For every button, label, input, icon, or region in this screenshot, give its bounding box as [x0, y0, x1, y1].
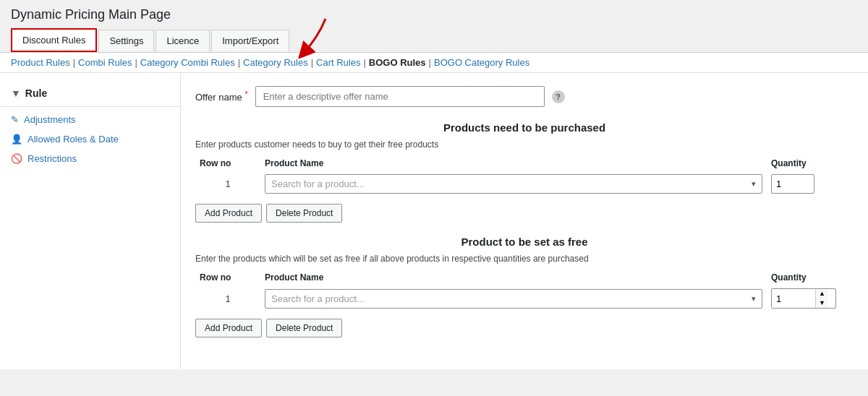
- spinner-up-2[interactable]: ▲: [816, 289, 828, 298]
- page-title: Dynamic Pricing Main Page: [0, 0, 868, 28]
- filter-icon: ▼: [11, 87, 21, 99]
- quantity-cell-1: 1: [767, 171, 854, 197]
- chevron-down-icon-1: ▾: [752, 179, 756, 189]
- adjustments-label: Adjustments: [24, 114, 76, 125]
- col-product-name-1: Product Name: [260, 155, 767, 171]
- tab-discount-rules[interactable]: Discount Rules: [11, 28, 97, 52]
- row-no-1: 1: [195, 171, 260, 197]
- add-product-button-1[interactable]: Add Product: [195, 204, 262, 223]
- sidebar-rule-label: Rule: [25, 87, 47, 99]
- add-product-button-2[interactable]: Add Product: [195, 319, 262, 337]
- subnav: Product Rules | Combi Rules | Category C…: [0, 53, 868, 73]
- sidebar-item-adjustments[interactable]: ✎ Adjustments: [0, 110, 180, 129]
- content-area: ▼ Rule ✎ Adjustments 👤 Allowed Roles & D…: [0, 73, 868, 369]
- person-icon: 👤: [11, 134, 22, 145]
- subnav-product-rules[interactable]: Product Rules: [11, 57, 70, 68]
- tab-bar: Discount Rules Settings Licence Import/E…: [0, 28, 868, 53]
- subnav-combi-rules[interactable]: Combi Rules: [78, 57, 132, 68]
- no-icon: 🚫: [11, 153, 22, 164]
- subnav-category-combi-rules[interactable]: Category Combi Rules: [140, 57, 235, 68]
- help-icon[interactable]: ?: [552, 90, 565, 103]
- offer-name-label: Offer name *: [195, 90, 248, 103]
- subnav-bogo-category-rules[interactable]: BOGO Category Rules: [434, 57, 529, 68]
- quantity-input-1[interactable]: 1: [771, 174, 814, 194]
- subnav-cart-rules[interactable]: Cart Rules: [316, 57, 360, 68]
- sidebar-header: ▼ Rule: [0, 82, 180, 107]
- sidebar-item-restrictions[interactable]: 🚫 Restrictions: [0, 149, 180, 168]
- table-row: 1 Search for a product... ▾ 1 ▲: [195, 285, 854, 311]
- section2-title: Product to be set as free: [195, 236, 854, 248]
- table-row: 1 Search for a product... ▾ 1: [195, 171, 854, 197]
- product-search-placeholder-1: Search for a product...: [271, 178, 752, 189]
- col-product-name-2: Product Name: [260, 270, 767, 285]
- spinner-buttons-2: ▲ ▼: [815, 289, 828, 308]
- restrictions-label: Restrictions: [27, 153, 77, 164]
- product-search-cell-1: Search for a product... ▾: [260, 171, 767, 197]
- spinner-down-2[interactable]: ▼: [816, 298, 828, 308]
- tab-settings[interactable]: Settings: [98, 30, 154, 51]
- section2-btn-group: Add Product Delete Product: [195, 319, 854, 337]
- product-search-dropdown-2[interactable]: Search for a product... ▾: [265, 289, 762, 309]
- quantity-spinner-input-2[interactable]: 1: [772, 290, 815, 308]
- product-search-dropdown-1[interactable]: Search for a product... ▾: [265, 174, 762, 194]
- offer-name-row: Offer name * ?: [195, 86, 854, 107]
- section1-btn-group: Add Product Delete Product: [195, 204, 854, 223]
- col-row-no-2: Row no: [195, 270, 260, 285]
- col-quantity-2: Quantity: [767, 270, 854, 285]
- delete-product-button-2[interactable]: Delete Product: [266, 319, 342, 337]
- section1-desc: Enter products customer needs to buy to …: [195, 139, 854, 150]
- tab-import-export[interactable]: Import/Export: [211, 30, 289, 51]
- row-no-2: 1: [195, 285, 260, 311]
- col-quantity-1: Quantity: [767, 155, 854, 171]
- main-content: Offer name * ? Products need to be purch…: [181, 73, 868, 369]
- section1-title: Products need to be purchased: [195, 121, 854, 134]
- subnav-bogo-rules[interactable]: BOGO Rules: [369, 57, 426, 68]
- product-search-placeholder-2: Search for a product...: [271, 293, 752, 304]
- col-row-no-1: Row no: [195, 155, 260, 171]
- chevron-down-icon-2: ▾: [752, 294, 756, 304]
- quantity-cell-2: 1 ▲ ▼: [767, 285, 854, 311]
- product-search-cell-2: Search for a product... ▾: [260, 285, 767, 311]
- delete-product-button-1[interactable]: Delete Product: [266, 204, 342, 223]
- allowed-roles-label: Allowed Roles & Date: [27, 134, 119, 145]
- tab-licence[interactable]: Licence: [156, 30, 210, 51]
- section2-table: Row no Product Name Quantity 1 Search fo…: [195, 270, 854, 311]
- subnav-category-rules[interactable]: Category Rules: [243, 57, 308, 68]
- section1-table: Row no Product Name Quantity 1 Search fo…: [195, 155, 854, 197]
- section2-desc: Enter the products which will be set as …: [195, 254, 854, 264]
- quantity-spinner-2: 1 ▲ ▼: [771, 288, 836, 309]
- sidebar: ▼ Rule ✎ Adjustments 👤 Allowed Roles & D…: [0, 73, 181, 369]
- sidebar-item-allowed-roles[interactable]: 👤 Allowed Roles & Date: [0, 129, 180, 149]
- offer-name-input[interactable]: [255, 86, 545, 107]
- pencil-icon: ✎: [11, 114, 19, 125]
